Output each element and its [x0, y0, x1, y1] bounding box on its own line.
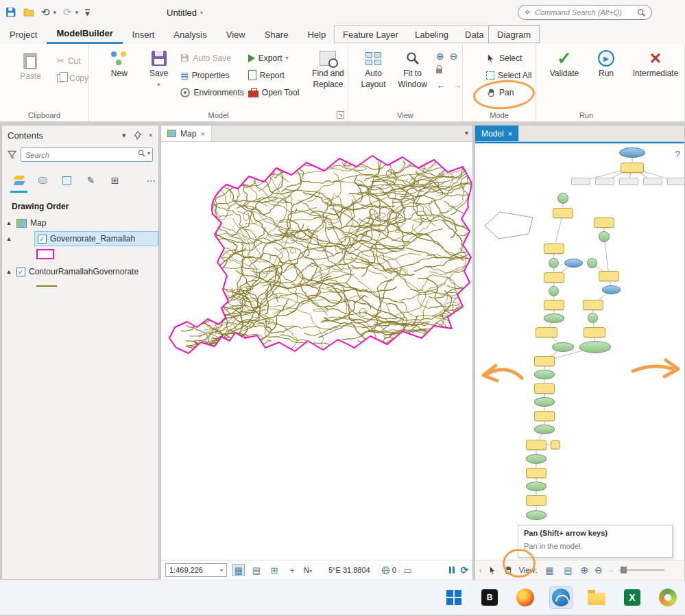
contents-more-icon[interactable]: ⋯ [144, 173, 158, 188]
crosshair-icon[interactable]: + [286, 564, 298, 576]
model-node[interactable] [599, 271, 619, 281]
model-node[interactable] [564, 259, 583, 268]
layer-checkbox-contour[interactable]: ✓ [16, 268, 25, 276]
save-chevron-icon[interactable]: ▾ [158, 80, 160, 89]
model-node[interactable] [602, 285, 621, 294]
layer-expander-icon-2[interactable]: ▲ [5, 268, 13, 275]
project-name[interactable]: Untitled ▾ [167, 8, 203, 18]
layer-row-contour[interactable]: ▲ ✓ ContourRamallahGovernorate [2, 263, 158, 280]
model-view-tab[interactable]: Model × [475, 126, 519, 141]
model-node[interactable] [579, 341, 611, 353]
new-model-button[interactable]: New [101, 44, 137, 101]
file-explorer-icon[interactable] [585, 586, 608, 609]
auto-save-button[interactable]: Auto Save [180, 49, 243, 67]
undo-icon[interactable]: ⟲ [41, 6, 50, 19]
save-project-icon[interactable] [5, 7, 16, 18]
model-list-view-icon[interactable]: ▤ [562, 564, 574, 576]
contents-chevron-icon[interactable]: ▾ [122, 131, 126, 140]
model-tab-close-icon[interactable]: × [508, 130, 512, 138]
arcgis-pro-icon[interactable] [549, 586, 573, 609]
map-tab-close-icon[interactable]: × [200, 130, 204, 138]
model-dialog-launcher-icon[interactable]: ↘ [337, 111, 344, 119]
copy-button[interactable]: Copy [57, 69, 88, 86]
undo-chevron-icon[interactable]: ▾ [53, 9, 57, 16]
layer-expander-icon[interactable]: ▲ [5, 235, 13, 242]
grid-view-icon[interactable]: ▦ [232, 564, 245, 576]
model-node[interactable] [534, 356, 555, 366]
tab-feature-layer[interactable]: Feature Layer [335, 29, 407, 40]
tab-modelbuilder[interactable]: ModelBuilder [47, 25, 122, 44]
tab-labeling[interactable]: Labeling [407, 29, 457, 40]
contents-close-icon[interactable]: × [149, 131, 153, 139]
layer-row-governorate[interactable]: ▲ ✓ Governorate_Ramallah [2, 230, 158, 247]
model-node[interactable] [534, 370, 555, 379]
model-node[interactable] [549, 258, 559, 268]
model-node[interactable] [544, 272, 564, 283]
export-button[interactable]: Export ▾ [248, 49, 304, 67]
command-search[interactable]: ✧ [518, 5, 652, 20]
paste-button[interactable]: Paste [11, 47, 50, 86]
model-pan-hand-icon[interactable] [503, 565, 513, 575]
tab-share[interactable]: Share [255, 25, 298, 44]
model-node[interactable] [594, 217, 614, 228]
start-button[interactable] [442, 586, 466, 609]
model-node[interactable] [526, 454, 546, 464]
model-node[interactable] [619, 178, 638, 185]
list-by-drawing-order-icon[interactable] [12, 173, 26, 188]
zoom-slider-handle[interactable] [621, 567, 627, 573]
map-view-tab[interactable]: Map × [161, 126, 212, 141]
model-node[interactable] [549, 286, 559, 296]
contents-search-chevron-icon[interactable]: ▾ [147, 150, 150, 156]
model-node[interactable] [583, 300, 603, 310]
layout-box-icon[interactable]: ▭ [402, 564, 414, 576]
model-node[interactable] [534, 383, 555, 394]
cut-button[interactable]: ✂ Cut [57, 52, 88, 69]
save-model-button[interactable]: Save ▾ [141, 44, 177, 101]
customize-quick-access-icon[interactable]: ▾ [85, 9, 90, 16]
model-report-view-icon[interactable]: ▦ [543, 564, 555, 576]
redo-chevron-icon[interactable]: ▾ [75, 9, 79, 16]
model-node[interactable] [526, 468, 546, 478]
filter-icon[interactable] [8, 150, 17, 160]
validate-button[interactable]: ✓ Validate [543, 44, 586, 78]
fit-to-window-button[interactable]: Fit to Window [393, 44, 432, 91]
contour-symbol-swatch[interactable] [36, 285, 57, 287]
list-by-data-source-icon[interactable] [36, 173, 50, 188]
model-node[interactable] [526, 482, 546, 491]
scroll-left-icon[interactable]: ‹ [479, 566, 482, 574]
model-node[interactable] [544, 300, 564, 310]
intermediate-button[interactable]: × Intermediate [627, 44, 684, 78]
firefox-icon[interactable] [514, 586, 537, 609]
snapping-icon[interactable]: ⊞ [268, 564, 280, 576]
tab-diagram[interactable]: Diagram [489, 29, 539, 40]
export-chevron-icon[interactable]: ▾ [286, 55, 289, 61]
model-node[interactable] [643, 178, 662, 185]
tab-analysis[interactable]: Analysis [164, 25, 216, 44]
refresh-icon[interactable]: ⟳ [460, 565, 468, 576]
environments-button[interactable]: Environments [180, 84, 243, 101]
map-tabbar-chevron-icon[interactable]: ▾ [465, 129, 468, 137]
misc-app-icon[interactable] [656, 586, 680, 609]
tab-view[interactable]: View [217, 25, 255, 44]
pause-drawing-icon[interactable] [449, 567, 455, 573]
model-node[interactable] [584, 327, 605, 337]
map-canvas[interactable] [161, 142, 472, 560]
project-chevron-icon[interactable]: ▾ [200, 10, 203, 16]
pin-icon[interactable] [133, 131, 142, 140]
lock-icon[interactable] [436, 69, 442, 73]
model-node[interactable] [621, 163, 644, 173]
model-node[interactable] [552, 342, 574, 352]
list-by-editing-icon[interactable]: ✎ [84, 173, 98, 188]
model-node[interactable] [553, 208, 573, 218]
model-node[interactable] [526, 495, 546, 506]
model-node[interactable] [619, 147, 645, 158]
governorate-symbol-swatch[interactable] [36, 249, 54, 259]
tab-data[interactable]: Data [457, 29, 492, 40]
pan-button[interactable]: Pan [486, 84, 536, 101]
model-node[interactable] [588, 313, 598, 323]
model-node[interactable] [595, 178, 614, 185]
model-select-cursor-icon[interactable] [488, 566, 497, 575]
app-b-icon[interactable]: B [478, 586, 501, 609]
find-and-replace-button[interactable]: Find and Replace [309, 44, 348, 101]
open-tool-button[interactable]: Open Tool [248, 84, 304, 101]
